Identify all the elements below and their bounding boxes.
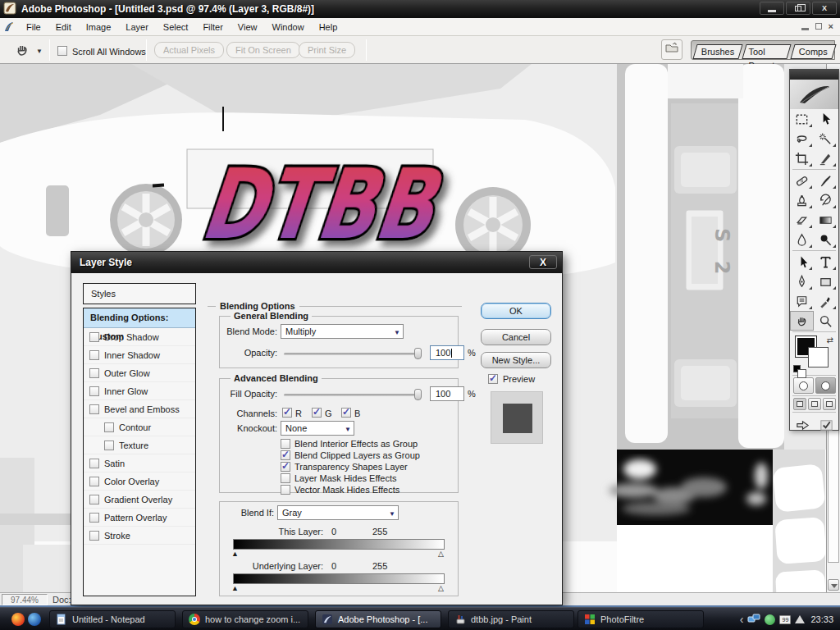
imageready-jump-icon[interactable] xyxy=(791,415,815,435)
underlying-right-marker[interactable]: △ xyxy=(438,585,444,592)
move-tool-icon[interactable] xyxy=(814,109,838,129)
fullscreen-menubar-mode-button[interactable] xyxy=(808,398,821,410)
scrollbar-thumb[interactable] xyxy=(828,425,839,563)
zoom-level-field[interactable]: 97.44% xyxy=(2,594,48,605)
style-item-satin[interactable]: Satin xyxy=(84,454,195,472)
window-titlebar[interactable]: Adobe Photoshop - [Untitled 3.psd @ 97.4… xyxy=(0,0,840,18)
scroll-all-windows-checkbox[interactable] xyxy=(57,45,67,56)
shape-tool-icon[interactable] xyxy=(814,272,838,291)
lasso-tool-icon[interactable] xyxy=(790,129,814,148)
style-checkbox[interactable] xyxy=(89,368,99,378)
menu-select[interactable]: Select xyxy=(156,20,196,34)
this-layer-gradient-bar[interactable] xyxy=(233,539,445,550)
notes-tool-icon[interactable] xyxy=(790,291,814,311)
knockout-select[interactable]: None ▼ xyxy=(281,421,354,436)
style-item-blending-options[interactable]: Blending Options: Custom xyxy=(84,308,195,328)
style-item-inner-shadow[interactable]: Inner Shadow xyxy=(84,346,195,364)
menu-window[interactable]: Window xyxy=(265,20,312,34)
dialog-close-button[interactable]: X xyxy=(529,255,557,269)
menu-edit[interactable]: Edit xyxy=(48,20,79,34)
print-size-button[interactable]: Print Size xyxy=(299,42,355,58)
task-button-notepad[interactable]: Untitled - Notepad xyxy=(49,610,176,628)
rectangular-marquee-tool-icon[interactable] xyxy=(790,109,814,129)
hand-tool-icon[interactable] xyxy=(790,311,814,331)
styles-header[interactable]: Styles xyxy=(83,283,196,304)
style-checkbox[interactable] xyxy=(89,513,99,523)
swap-colors-icon[interactable]: ⇄ xyxy=(827,336,833,345)
transparency-shapes-checkbox[interactable] xyxy=(281,461,290,472)
style-item-pattern-overlay[interactable]: Pattern Overlay xyxy=(84,509,195,527)
quicklaunch-app-icon-1[interactable] xyxy=(11,613,25,626)
standard-mode-button[interactable] xyxy=(793,377,814,394)
blur-tool-icon[interactable] xyxy=(790,230,814,249)
style-item-outer-glow[interactable]: Outer Glow xyxy=(84,364,195,382)
fill-opacity-slider[interactable] xyxy=(284,394,422,396)
zonealarm-tray-icon[interactable] xyxy=(795,615,805,623)
restore-button[interactable] xyxy=(786,2,810,15)
channel-b-checkbox[interactable] xyxy=(341,407,351,418)
underlying-layer-gradient-bar[interactable] xyxy=(233,573,445,584)
fit-on-screen-button[interactable]: Fit On Screen xyxy=(226,42,300,58)
tray-chevron-icon[interactable]: ‹ xyxy=(740,613,744,626)
quicklaunch-media-icon[interactable] xyxy=(28,613,41,626)
opacity-slider[interactable] xyxy=(284,353,422,355)
blend-mode-select[interactable]: Multiply ▼ xyxy=(281,324,404,339)
blend-clipped-checkbox[interactable] xyxy=(281,450,290,460)
background-color-swatch[interactable] xyxy=(808,347,829,368)
slice-tool-icon[interactable] xyxy=(814,148,838,168)
tab-comps[interactable]: Comps xyxy=(791,44,837,59)
layer-mask-hides-checkbox[interactable] xyxy=(281,472,290,483)
style-checkbox[interactable] xyxy=(89,350,99,360)
dialog-titlebar[interactable]: Layer Style X xyxy=(71,252,562,273)
default-colors-icon[interactable] xyxy=(793,365,801,372)
style-checkbox[interactable] xyxy=(89,495,99,504)
menu-file[interactable]: File xyxy=(19,20,48,34)
network-tray-icon[interactable] xyxy=(747,613,760,626)
fill-opacity-slider-thumb[interactable] xyxy=(414,389,422,400)
ok-button[interactable]: OK xyxy=(481,303,551,319)
style-checkbox[interactable] xyxy=(89,386,99,396)
standard-screen-mode-button[interactable] xyxy=(793,398,806,410)
cancel-button[interactable]: Cancel xyxy=(481,329,551,345)
doc-close-button[interactable]: × xyxy=(829,21,833,31)
style-item-contour[interactable]: Contour xyxy=(84,418,195,436)
history-brush-tool-icon[interactable] xyxy=(814,190,838,210)
style-item-color-overlay[interactable]: Color Overlay xyxy=(84,472,195,491)
gradient-tool-icon[interactable] xyxy=(814,210,838,230)
palette-grip[interactable] xyxy=(790,70,838,80)
task-button-paint[interactable]: dtbb.jpg - Paint xyxy=(448,610,574,628)
menu-filter[interactable]: Filter xyxy=(195,20,230,34)
menu-image[interactable]: Image xyxy=(79,20,119,34)
channel-g-checkbox[interactable] xyxy=(312,407,322,418)
menu-layer[interactable]: Layer xyxy=(118,20,156,34)
menu-help[interactable]: Help xyxy=(312,20,345,34)
menu-view[interactable]: View xyxy=(231,20,265,34)
crop-tool-icon[interactable] xyxy=(790,148,814,168)
magic-wand-tool-icon[interactable] xyxy=(814,129,838,148)
minimize-button[interactable] xyxy=(760,2,784,15)
new-style-button[interactable]: New Style... xyxy=(481,352,551,368)
scrollbar-down-arrow[interactable] xyxy=(828,579,839,591)
task-button-browser[interactable]: how to change zoom i... xyxy=(182,610,308,628)
vector-mask-hides-checkbox[interactable] xyxy=(281,484,290,495)
doc-minimize-button[interactable] xyxy=(801,28,809,30)
style-item-texture[interactable]: Texture xyxy=(84,436,195,454)
commit-check-icon[interactable] xyxy=(815,415,838,435)
blend-if-select[interactable]: Gray ▼ xyxy=(277,505,399,520)
tab-brushes[interactable]: Brushes xyxy=(692,44,743,59)
style-item-stroke[interactable]: Stroke xyxy=(84,527,195,545)
opacity-field[interactable]: 100 xyxy=(430,345,464,360)
hand-tool-preset-icon[interactable] xyxy=(13,41,31,61)
style-item-bevel-and-emboss[interactable]: Bevel and Emboss xyxy=(84,400,195,418)
antivirus-tray-icon[interactable] xyxy=(765,614,775,625)
blend-interior-checkbox[interactable] xyxy=(281,438,290,449)
fullscreen-mode-button[interactable] xyxy=(823,398,836,410)
bridge-button[interactable] xyxy=(661,39,682,60)
tab-tool-presets[interactable]: Tool Presets xyxy=(742,44,792,59)
this-layer-right-marker[interactable]: △ xyxy=(438,550,444,558)
task-button-photoshop[interactable]: Adobe Photoshop - [... xyxy=(315,610,441,628)
brush-tool-icon[interactable] xyxy=(814,171,838,190)
style-checkbox[interactable] xyxy=(89,477,99,486)
style-checkbox[interactable] xyxy=(89,404,99,414)
underlying-left-marker[interactable]: ▲ xyxy=(231,585,239,592)
